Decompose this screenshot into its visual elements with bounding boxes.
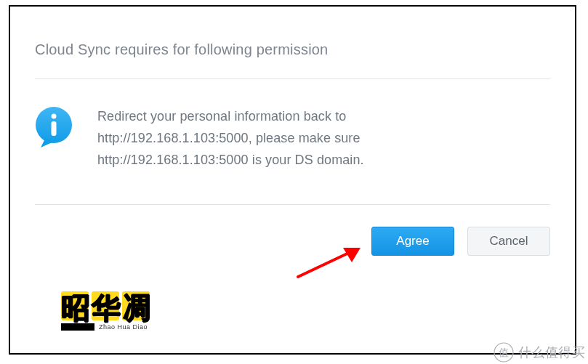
dialog-message: Redirect your personal information back … — [97, 105, 446, 171]
svg-point-1 — [52, 114, 57, 119]
svg-rect-2 — [52, 121, 57, 136]
button-row: Agree Cancel — [35, 205, 550, 256]
dialog-title: Cloud Sync requires for following permis… — [35, 7, 550, 79]
footer-watermark: 值 什么值得买 — [494, 341, 589, 364]
logo-char: 华 — [92, 288, 121, 328]
window-frame: Cloud Sync requires for following permis… — [9, 5, 576, 355]
svg-line-3 — [298, 252, 350, 277]
message-row: Redirect your personal information back … — [35, 79, 550, 205]
info-icon — [35, 107, 76, 152]
smzdm-icon: 值 — [494, 342, 514, 363]
logo-char: 凋 — [122, 288, 151, 328]
permission-dialog: Cloud Sync requires for following permis… — [10, 7, 575, 256]
svg-text:值: 值 — [498, 347, 509, 358]
cancel-button[interactable]: Cancel — [467, 227, 550, 256]
logo-char: 昭 — [61, 288, 90, 328]
agree-button[interactable]: Agree — [371, 227, 454, 256]
watermark-logo: 昭 华 凋 Zhao Hua Diao — [61, 288, 163, 331]
footer-text: 什么值得买 — [518, 344, 586, 361]
